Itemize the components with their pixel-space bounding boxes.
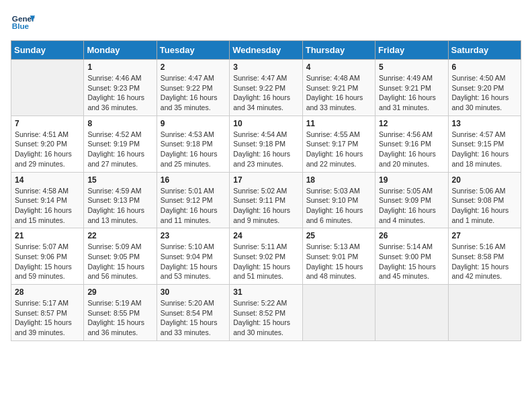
day-details: Sunrise: 5:09 AMSunset: 9:05 PMDaylight:… xyxy=(87,242,152,281)
day-number: 18 xyxy=(306,175,371,185)
calendar-cell: 5Sunrise: 4:49 AMSunset: 9:21 PMDaylight… xyxy=(375,60,448,116)
day-number: 10 xyxy=(233,119,298,128)
day-number: 17 xyxy=(233,175,298,185)
calendar-cell: 11Sunrise: 4:55 AMSunset: 9:17 PMDayligh… xyxy=(302,116,375,172)
day-number: 27 xyxy=(452,231,517,240)
day-number: 6 xyxy=(452,62,517,72)
day-details: Sunrise: 4:50 AMSunset: 9:20 PMDaylight:… xyxy=(452,73,517,113)
day-number: 4 xyxy=(306,62,371,72)
day-number: 20 xyxy=(452,175,517,185)
calendar-cell: 23Sunrise: 5:10 AMSunset: 9:04 PMDayligh… xyxy=(157,228,229,285)
header-cell-thursday: Thursday xyxy=(302,41,375,60)
day-number: 2 xyxy=(161,62,226,72)
day-number: 29 xyxy=(87,287,152,297)
calendar-cell: 31Sunrise: 5:22 AMSunset: 8:52 PMDayligh… xyxy=(230,285,302,341)
day-details: Sunrise: 5:22 AMSunset: 8:52 PMDaylight:… xyxy=(233,298,298,338)
calendar-table: SundayMondayTuesdayWednesdayThursdayFrid… xyxy=(11,40,521,341)
day-number: 21 xyxy=(15,231,80,240)
logo: General Blue xyxy=(11,11,35,35)
day-details: Sunrise: 5:07 AMSunset: 9:06 PMDaylight:… xyxy=(15,242,80,281)
day-number: 26 xyxy=(379,231,444,240)
calendar-cell: 1Sunrise: 4:46 AMSunset: 9:23 PMDaylight… xyxy=(84,60,157,116)
day-number: 13 xyxy=(452,119,517,128)
day-details: Sunrise: 5:01 AMSunset: 9:12 PMDaylight:… xyxy=(161,186,226,226)
calendar-cell: 15Sunrise: 4:59 AMSunset: 9:13 PMDayligh… xyxy=(84,172,157,228)
calendar-cell: 7Sunrise: 4:51 AMSunset: 9:20 PMDaylight… xyxy=(11,116,84,172)
calendar-cell: 13Sunrise: 4:57 AMSunset: 9:15 PMDayligh… xyxy=(448,116,521,172)
day-details: Sunrise: 4:47 AMSunset: 9:22 PMDaylight:… xyxy=(161,73,226,113)
calendar-cell: 4Sunrise: 4:48 AMSunset: 9:21 PMDaylight… xyxy=(302,60,375,116)
calendar-cell: 25Sunrise: 5:13 AMSunset: 9:01 PMDayligh… xyxy=(302,228,375,285)
day-details: Sunrise: 5:13 AMSunset: 9:01 PMDaylight:… xyxy=(306,242,371,281)
calendar-cell: 12Sunrise: 4:56 AMSunset: 9:16 PMDayligh… xyxy=(375,116,448,172)
day-number: 24 xyxy=(233,231,298,240)
calendar-cell: 20Sunrise: 5:06 AMSunset: 9:08 PMDayligh… xyxy=(448,172,521,228)
logo-icon: General Blue xyxy=(11,11,35,35)
day-details: Sunrise: 5:06 AMSunset: 9:08 PMDaylight:… xyxy=(452,186,517,226)
calendar-week-2: 7Sunrise: 4:51 AMSunset: 9:20 PMDaylight… xyxy=(11,116,521,172)
day-number: 11 xyxy=(306,119,371,128)
svg-text:Blue: Blue xyxy=(12,21,30,30)
day-details: Sunrise: 5:17 AMSunset: 8:57 PMDaylight:… xyxy=(15,298,80,338)
calendar-cell xyxy=(302,285,375,341)
day-details: Sunrise: 5:03 AMSunset: 9:10 PMDaylight:… xyxy=(306,186,371,226)
day-details: Sunrise: 4:52 AMSunset: 9:19 PMDaylight:… xyxy=(87,130,152,169)
page-header: General Blue xyxy=(11,11,521,35)
day-number: 28 xyxy=(15,287,80,297)
header-cell-wednesday: Wednesday xyxy=(230,41,302,60)
day-details: Sunrise: 4:48 AMSunset: 9:21 PMDaylight:… xyxy=(306,73,371,113)
day-number: 15 xyxy=(87,175,152,185)
calendar-cell: 8Sunrise: 4:52 AMSunset: 9:19 PMDaylight… xyxy=(84,116,157,172)
calendar-cell: 10Sunrise: 4:54 AMSunset: 9:18 PMDayligh… xyxy=(230,116,302,172)
calendar-week-3: 14Sunrise: 4:58 AMSunset: 9:14 PMDayligh… xyxy=(11,172,521,228)
day-number: 25 xyxy=(306,231,371,240)
day-details: Sunrise: 4:53 AMSunset: 9:18 PMDaylight:… xyxy=(161,130,226,169)
calendar-cell: 21Sunrise: 5:07 AMSunset: 9:06 PMDayligh… xyxy=(11,228,84,285)
day-number: 9 xyxy=(161,119,226,128)
day-details: Sunrise: 4:57 AMSunset: 9:15 PMDaylight:… xyxy=(452,130,517,169)
day-number: 7 xyxy=(15,119,80,128)
day-number: 8 xyxy=(87,119,152,128)
calendar-week-5: 28Sunrise: 5:17 AMSunset: 8:57 PMDayligh… xyxy=(11,285,521,341)
day-details: Sunrise: 4:47 AMSunset: 9:22 PMDaylight:… xyxy=(233,73,298,113)
day-details: Sunrise: 5:14 AMSunset: 9:00 PMDaylight:… xyxy=(379,242,444,281)
header-cell-friday: Friday xyxy=(375,41,448,60)
day-details: Sunrise: 4:49 AMSunset: 9:21 PMDaylight:… xyxy=(379,73,444,113)
calendar-cell xyxy=(375,285,448,341)
day-details: Sunrise: 5:02 AMSunset: 9:11 PMDaylight:… xyxy=(233,186,298,226)
day-details: Sunrise: 5:19 AMSunset: 8:55 PMDaylight:… xyxy=(87,298,152,338)
calendar-week-1: 1Sunrise: 4:46 AMSunset: 9:23 PMDaylight… xyxy=(11,60,521,116)
day-details: Sunrise: 5:10 AMSunset: 9:04 PMDaylight:… xyxy=(161,242,226,281)
calendar-cell: 30Sunrise: 5:20 AMSunset: 8:54 PMDayligh… xyxy=(157,285,229,341)
day-details: Sunrise: 4:55 AMSunset: 9:17 PMDaylight:… xyxy=(306,130,371,169)
calendar-cell: 9Sunrise: 4:53 AMSunset: 9:18 PMDaylight… xyxy=(157,116,229,172)
calendar-cell: 2Sunrise: 4:47 AMSunset: 9:22 PMDaylight… xyxy=(157,60,229,116)
day-number: 30 xyxy=(161,287,226,297)
header-row: SundayMondayTuesdayWednesdayThursdayFrid… xyxy=(11,41,521,60)
calendar-cell: 17Sunrise: 5:02 AMSunset: 9:11 PMDayligh… xyxy=(230,172,302,228)
day-details: Sunrise: 5:11 AMSunset: 9:02 PMDaylight:… xyxy=(233,242,298,281)
day-number: 16 xyxy=(161,175,226,185)
day-details: Sunrise: 4:56 AMSunset: 9:16 PMDaylight:… xyxy=(379,130,444,169)
day-details: Sunrise: 4:58 AMSunset: 9:14 PMDaylight:… xyxy=(15,186,80,226)
calendar-cell xyxy=(11,60,84,116)
calendar-cell: 14Sunrise: 4:58 AMSunset: 9:14 PMDayligh… xyxy=(11,172,84,228)
calendar-cell: 27Sunrise: 5:16 AMSunset: 8:58 PMDayligh… xyxy=(448,228,521,285)
day-number: 1 xyxy=(87,62,152,72)
calendar-cell: 16Sunrise: 5:01 AMSunset: 9:12 PMDayligh… xyxy=(157,172,229,228)
day-number: 3 xyxy=(233,62,298,72)
header-cell-saturday: Saturday xyxy=(448,41,521,60)
day-details: Sunrise: 4:54 AMSunset: 9:18 PMDaylight:… xyxy=(233,130,298,169)
day-number: 22 xyxy=(87,231,152,240)
calendar-cell: 29Sunrise: 5:19 AMSunset: 8:55 PMDayligh… xyxy=(84,285,157,341)
day-details: Sunrise: 5:16 AMSunset: 8:58 PMDaylight:… xyxy=(452,242,517,281)
header-cell-sunday: Sunday xyxy=(11,41,84,60)
calendar-cell: 22Sunrise: 5:09 AMSunset: 9:05 PMDayligh… xyxy=(84,228,157,285)
day-number: 23 xyxy=(161,231,226,240)
day-details: Sunrise: 5:05 AMSunset: 9:09 PMDaylight:… xyxy=(379,186,444,226)
calendar-week-4: 21Sunrise: 5:07 AMSunset: 9:06 PMDayligh… xyxy=(11,228,521,285)
calendar-cell: 3Sunrise: 4:47 AMSunset: 9:22 PMDaylight… xyxy=(230,60,302,116)
calendar-cell: 26Sunrise: 5:14 AMSunset: 9:00 PMDayligh… xyxy=(375,228,448,285)
day-number: 5 xyxy=(379,62,444,72)
day-number: 14 xyxy=(15,175,80,185)
